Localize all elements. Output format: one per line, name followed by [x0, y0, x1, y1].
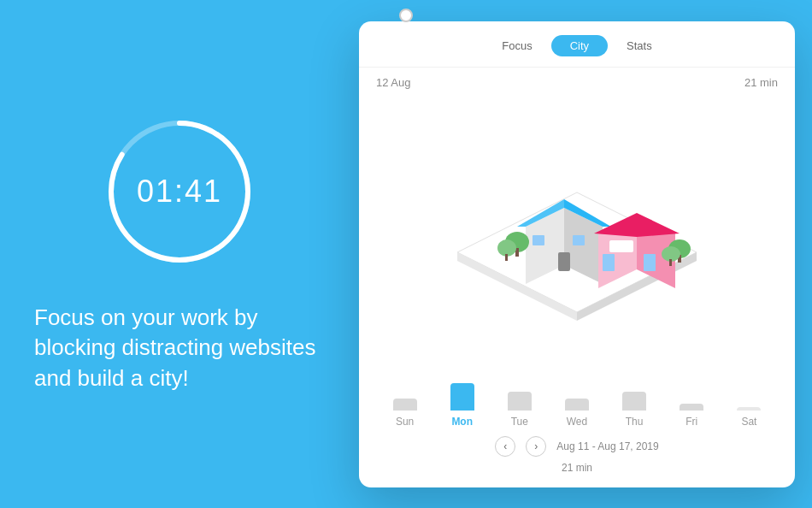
bar-thu: [606, 392, 663, 411]
day-sat: Sat: [721, 416, 778, 428]
svg-rect-9: [558, 252, 570, 271]
svg-rect-21: [644, 254, 656, 271]
svg-rect-25: [669, 259, 672, 266]
day-mon: Mon: [433, 416, 491, 428]
bar-fri: [663, 404, 721, 411]
tab-focus[interactable]: Focus: [483, 35, 550, 56]
next-week-button[interactable]: ›: [526, 436, 546, 457]
bar-sat: [721, 407, 778, 411]
day-thu: Thu: [606, 416, 663, 428]
tab-stats[interactable]: Stats: [608, 35, 671, 56]
week-nav: ‹ › Aug 11 - Aug 17, 2019: [373, 436, 781, 457]
day-tue: Tue: [491, 416, 548, 428]
duration-label: 21 min: [744, 76, 778, 89]
tab-bar: Focus City Stats: [359, 21, 795, 68]
bar-sun: [376, 399, 433, 411]
city-scene: [359, 94, 795, 368]
city-illustration: [432, 141, 722, 321]
tab-city[interactable]: City: [551, 35, 608, 56]
day-bars: [373, 368, 781, 411]
bar-wed: [548, 399, 605, 411]
window-connector-dot: [399, 9, 413, 22]
bar-mon: [433, 383, 491, 411]
svg-rect-10: [533, 235, 544, 245]
timer-display: 01:41: [137, 174, 222, 210]
tagline-text: Focus on your work by blocking distracti…: [34, 303, 325, 393]
day-fri: Fri: [663, 416, 721, 428]
day-wed: Wed: [548, 416, 605, 428]
day-labels: Sun Mon Tue Wed Thu Fri Sat: [373, 416, 781, 428]
day-sun: Sun: [376, 416, 433, 428]
svg-rect-19: [609, 240, 633, 252]
bar-tue: [491, 392, 548, 411]
left-panel: 01:41 Focus on your work by blocking dis…: [0, 0, 359, 508]
app-window: Focus City Stats 12 Aug 21 min: [359, 21, 795, 487]
total-time: 21 min: [373, 462, 781, 474]
svg-rect-15: [505, 254, 508, 261]
week-range: Aug 11 - Aug 17, 2019: [556, 440, 658, 452]
calendar-section: Sun Mon Tue Wed Thu Fri Sat ‹ › Aug 11 -…: [359, 368, 795, 487]
svg-rect-20: [603, 254, 615, 271]
date-row: 12 Aug 21 min: [359, 68, 795, 94]
date-label: 12 Aug: [376, 76, 411, 89]
svg-rect-11: [573, 235, 585, 245]
prev-week-button[interactable]: ‹: [495, 436, 515, 457]
timer-ring: 01:41: [103, 115, 256, 269]
